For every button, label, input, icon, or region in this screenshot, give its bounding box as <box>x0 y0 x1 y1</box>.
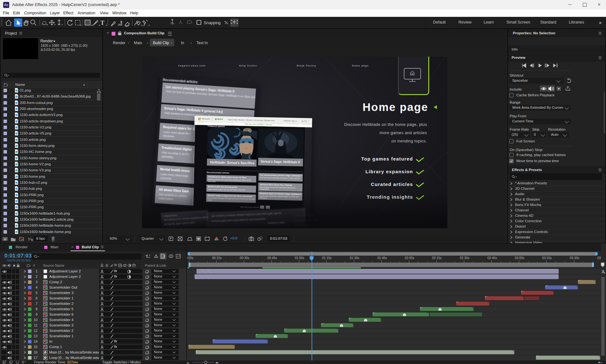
svg-text:Snapping: Snapping <box>204 21 221 25</box>
svg-text:T: T <box>100 19 105 26</box>
